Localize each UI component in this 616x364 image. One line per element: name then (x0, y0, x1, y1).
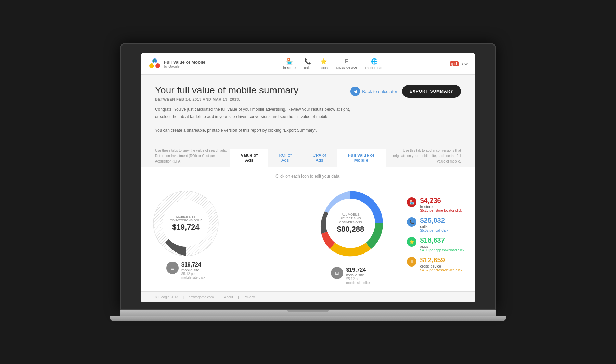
footer-divider-3: | (238, 295, 239, 299)
legend-apps-name: apps (420, 244, 464, 248)
chart1-legend: ⊟ $19,724 mobile site $5.12 per mobile s… (166, 262, 205, 280)
legend-crossdevice-icon: 🖥 (407, 257, 416, 266)
laptop-base (110, 316, 506, 321)
footer-copyright: © Google 2013 (155, 295, 178, 299)
chart2-legend-text: $19,724 mobile site $5.12 per mobile sit… (346, 267, 370, 285)
legend-instore: 🏪 $4,236 in-store $5.23 per store locato… (407, 197, 464, 212)
chart2-legend-value: $19,724 (346, 267, 370, 273)
mobilesite-icon: 🌐 (371, 58, 378, 65)
chart1-legend-sub1: $5.12 per (181, 272, 205, 276)
hint-left: Use these tabs to view the value of sear… (155, 148, 230, 167)
laptop-bottom (120, 310, 496, 316)
chart1-container: MOBILE SITE CONVERSIONS ONLY $19,724 ⊟ $… (152, 189, 220, 280)
crossdevice-icon: 🖥 (344, 58, 349, 64)
logo-icon (148, 57, 161, 70)
legend-calls-icon: 📞 (407, 217, 416, 227)
chart2-donut: ALL MOBILE ADVERTISING CONVERSIONS $80,2… (311, 184, 390, 263)
chart2-label-top: ALL MOBILE ADVERTISING CONVERSIONS (331, 213, 370, 225)
summary-desc-2: You can create a shareable, printable ve… (155, 127, 354, 134)
page-title: Your full value of mobile summary (155, 85, 298, 96)
nav-link-instore[interactable]: 🏪 in-store (283, 58, 296, 70)
tabs-wrapper: Value of Ads ROI of Ads CPA of Ads Full … (230, 149, 386, 167)
legend-instore-name: in-store (420, 205, 462, 209)
legend-apps: ⭐ $18,637 apps $4.00 per app download cl… (407, 236, 464, 252)
legend-crossdevice-name: cross-device (420, 264, 462, 268)
legend-apps-icon: ⭐ (407, 237, 416, 247)
nav-link-calls[interactable]: 📞 calls (304, 58, 311, 70)
header-buttons: ◀ Back to calculator EXPORT SUMMARY (350, 85, 461, 98)
chart-hint: Click on each icon to edit your data. (152, 174, 464, 179)
summary-title-block: Your full value of mobile summary BETWEE… (155, 85, 298, 101)
laptop-notch (287, 310, 329, 312)
back-to-calculator-button[interactable]: ◀ Back to calculator (350, 87, 397, 96)
back-arrow-icon: ◀ (350, 87, 360, 96)
legend-apps-value: $18,637 (420, 236, 464, 244)
legend-crossdevice-text: $12,659 cross-device $4.57 per cross-dev… (420, 256, 462, 272)
legend-instore-icon: 🏪 (407, 197, 416, 207)
nav-bar: Full Value of Mobile by Google 🏪 in-stor… (141, 53, 475, 75)
chart1-label: MOBILE SITE CONVERSIONS ONLY $19,724 (169, 215, 203, 232)
footer-divider-2: | (218, 295, 219, 299)
chart1-legend-icon: ⊟ (166, 262, 179, 274)
footer-privacy-link[interactable]: Privacy (244, 295, 255, 299)
mobilesite-label: mobile site (365, 66, 384, 70)
chart1-donut: MOBILE SITE CONVERSIONS ONLY $19,724 (152, 189, 220, 258)
chart2-legend-sub2: mobile site click (346, 281, 370, 285)
chart2-legend-sub1: $5.12 per (346, 277, 370, 281)
hint-right: Use this tab to add in conversions that … (386, 148, 461, 167)
chart-area: Click on each icon to edit your data. (141, 167, 475, 291)
chart1-label-top: MOBILE SITE CONVERSIONS ONLY (169, 215, 203, 223)
chart1-legend-value: $19,724 (181, 262, 205, 268)
chart1-legend-name: mobile site (181, 268, 205, 272)
tab-value-of-ads[interactable]: Value of Ads (230, 149, 268, 167)
right-legend: 🏪 $4,236 in-store $5.23 per store locato… (407, 197, 464, 272)
svg-point-4 (153, 62, 156, 66)
legend-crossdevice-value: $12,659 (420, 256, 462, 264)
nav-link-apps[interactable]: ⭐ apps (320, 58, 328, 70)
legend-crossdevice: 🖥 $12,659 cross-device $4.57 per cross-d… (407, 256, 464, 272)
footer-about-link[interactable]: About (224, 295, 233, 299)
instore-icon: 🏪 (286, 58, 293, 65)
main-content: Your full value of mobile summary BETWEE… (141, 75, 475, 147)
chart2-legend-icon: ⊟ (331, 267, 343, 279)
legend-calls-sub: $5.02 per call click (420, 229, 448, 232)
chart2-container: ALL MOBILE ADVERTISING CONVERSIONS $80,2… (311, 184, 390, 285)
nav-link-crossdevice[interactable]: 🖥 cross-device (336, 58, 357, 69)
tab-full-value-of-mobile[interactable]: Full Value of Mobile (337, 149, 386, 167)
chart2-legend-name: mobile site (346, 273, 370, 277)
gplus-icon: g+1 (450, 61, 459, 66)
screen: Full Value of Mobile by Google 🏪 in-stor… (141, 53, 475, 302)
legend-apps-text: $18,637 apps $4.00 per app download clic… (420, 236, 464, 252)
charts-row: MOBILE SITE CONVERSIONS ONLY $19,724 ⊟ $… (152, 184, 464, 285)
tab-cpa-of-ads[interactable]: CPA of Ads (302, 149, 337, 167)
gplus-count: 3.5k (461, 62, 468, 66)
tabs-bar: Value of Ads ROI of Ads CPA of Ads Full … (230, 149, 386, 167)
instore-label: in-store (283, 66, 296, 70)
nav-links: 🏪 in-store 📞 calls ⭐ apps 🖥 cross-device (217, 58, 450, 70)
calls-icon: 📞 (304, 58, 311, 65)
legend-instore-sub: $5.23 per store locator click (420, 209, 462, 212)
chart1-legend-text: $19,724 mobile site $5.12 per mobile sit… (181, 262, 205, 280)
screen-bezel: Full Value of Mobile by Google 🏪 in-stor… (120, 43, 496, 309)
gplus-button[interactable]: g+1 3.5k (450, 61, 468, 66)
chart2-label: ALL MOBILE ADVERTISING CONVERSIONS $80,2… (331, 213, 370, 234)
footer-divider-1: | (183, 295, 184, 299)
footer-site-link[interactable]: howtogomo.com (189, 295, 214, 299)
chart2-value: $80,288 (331, 225, 370, 234)
crossdevice-label: cross-device (336, 65, 357, 69)
legend-instore-text: $4,236 in-store $5.23 per store locator … (420, 197, 462, 212)
chart1-legend-sub2: mobile site click (181, 276, 205, 280)
logo-text: Full Value of Mobile (164, 60, 205, 65)
nav-link-mobilesite[interactable]: 🌐 mobile site (365, 58, 384, 70)
date-range: BETWEEN FEB 14, 2013 AND MAR 13, 2013. (155, 97, 298, 101)
apps-label: apps (320, 66, 328, 70)
apps-icon: ⭐ (320, 58, 327, 65)
export-summary-button[interactable]: EXPORT SUMMARY (402, 85, 461, 98)
chart2-legend: ⊟ $19,724 mobile site $5.12 per mobile s… (331, 267, 370, 285)
laptop-frame: Full Value of Mobile by Google 🏪 in-stor… (120, 43, 496, 321)
tabs-hints-row: Use these tabs to view the value of sear… (141, 148, 475, 167)
summary-header: Your full value of mobile summary BETWEE… (155, 85, 461, 101)
summary-desc-1: Congrats! You've just calculated the ful… (155, 106, 354, 120)
tab-roi-of-ads[interactable]: ROI of Ads (268, 149, 302, 167)
legend-calls-text: $25,032 calls $5.02 per call click (420, 217, 448, 232)
